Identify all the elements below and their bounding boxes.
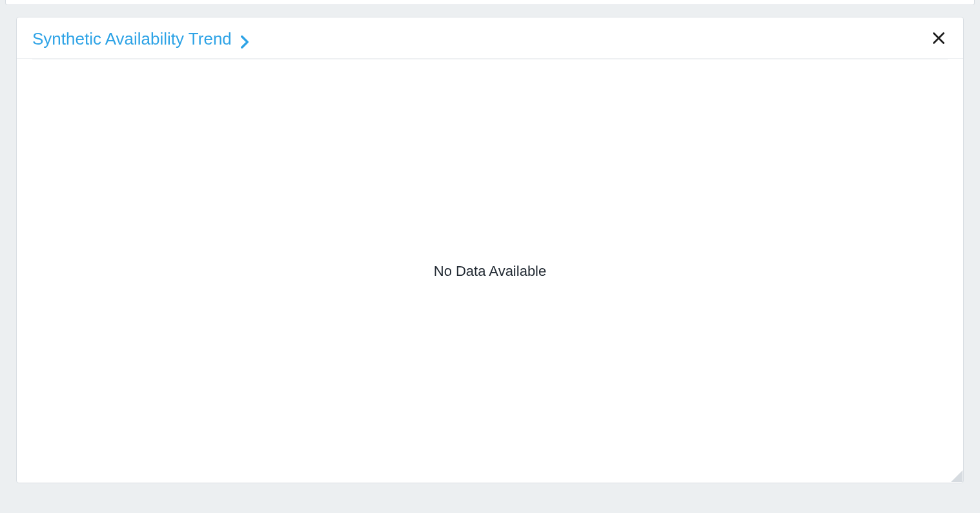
close-icon bbox=[932, 32, 945, 47]
synthetic-availability-trend-panel: Synthetic Availability Trend No Data Av bbox=[16, 17, 964, 483]
resize-handle[interactable] bbox=[951, 470, 963, 482]
panel-title-link[interactable]: Synthetic Availability Trend bbox=[32, 29, 249, 49]
no-data-message: No Data Available bbox=[434, 263, 547, 280]
panel-title-text: Synthetic Availability Trend bbox=[32, 29, 232, 49]
chevron-right-icon bbox=[241, 33, 249, 46]
panel-header: Synthetic Availability Trend bbox=[17, 17, 963, 59]
close-button[interactable] bbox=[930, 29, 948, 49]
previous-panel-edge bbox=[5, 0, 975, 5]
page-container: Synthetic Availability Trend No Data Av bbox=[5, 0, 975, 513]
panel-body: No Data Available bbox=[17, 59, 963, 483]
